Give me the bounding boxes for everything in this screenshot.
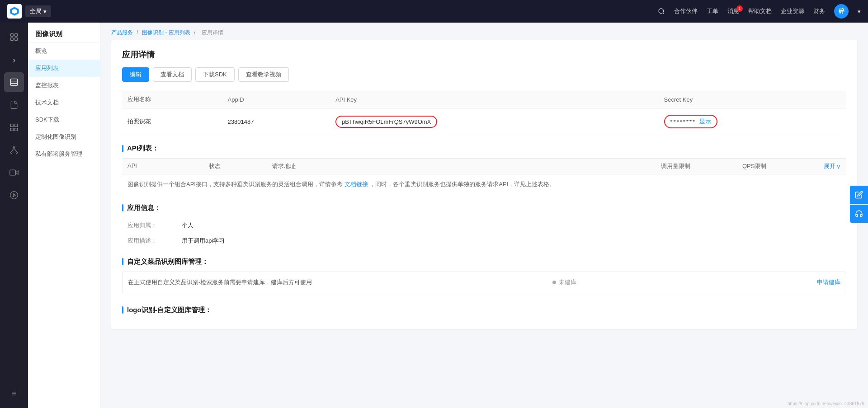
icon-sidebar: ›	[0, 23, 28, 408]
logo-lib-section-header: logo识别-自定义图库管理：	[122, 306, 846, 314]
top-nav-right: 合作伙伴 工单 消息 1 帮助文档 企业资源 财务 碎 ▾	[658, 4, 861, 19]
page-title: 应用详情	[122, 49, 846, 60]
user-avatar[interactable]: 碎	[834, 4, 849, 19]
tab-edit[interactable]: 编辑	[122, 67, 149, 82]
expand-button[interactable]: 展开 ∨	[824, 162, 841, 170]
breadcrumb-current: 应用详情	[202, 29, 223, 36]
api-list-header: API 状态 请求地址 调用量限制 QPS限制 展开 ∨	[122, 158, 846, 174]
sidebar-icon-document[interactable]	[4, 95, 24, 115]
sidebar-icon-expand[interactable]: ›	[4, 50, 24, 70]
tab-download-sdk[interactable]: 下载SDK	[195, 67, 235, 82]
app-name-cell: 拍照识花	[122, 108, 222, 135]
custom-lib-item: 在正式使用自定义菜品识别-检索服务前需要申请建库，建库后方可使用 未建库 申请建…	[122, 272, 846, 293]
finance-nav-item[interactable]: 财务	[813, 7, 825, 15]
apply-build-button[interactable]: 申请建库	[817, 278, 840, 286]
app-info-section-header: 应用信息：	[122, 204, 846, 212]
svg-rect-8	[11, 79, 18, 86]
api-notice: 图像识别提供一个组合API接口，支持多种垂类识别服务的灵活组合调用，详情参考 文…	[122, 174, 846, 195]
secret-key-dots: ********	[670, 118, 696, 125]
headphone-floating-button[interactable]	[850, 205, 868, 223]
nav-item-monitor[interactable]: 监控报表	[28, 77, 100, 94]
sidebar-icon-menu[interactable]: ≡	[4, 384, 24, 403]
svg-rect-14	[15, 128, 18, 131]
nav-item-tech-doc[interactable]: 技术文档	[28, 94, 100, 111]
app-owner-value: 个人	[182, 220, 841, 231]
svg-point-22	[10, 192, 18, 199]
nav-item-overview[interactable]: 概览	[28, 42, 100, 60]
message-badge: 1	[736, 5, 743, 12]
main-content: 产品服务 / 图像识别 - 应用列表 / 应用详情 应用详情 编辑 查看文档 下…	[100, 23, 868, 408]
api-col-limit: 调用量限制	[661, 162, 742, 170]
api-col-qps: QPS限制	[742, 162, 824, 170]
svg-line-18	[11, 148, 14, 152]
app-info-table: 应用名称 AppID API Key Secret Key 拍照识花 23801…	[122, 91, 846, 135]
app-owner-label: 应用归属：	[127, 220, 182, 231]
svg-rect-13	[11, 128, 14, 131]
app-info-grid: 应用归属： 个人 应用描述： 用于调用api学习	[122, 218, 846, 249]
secret-key-container: ******** 显示	[664, 115, 717, 128]
api-col-url: 请求地址	[272, 162, 661, 170]
api-key-value: pBThwqiR5FOLmFrQS7yW9OmX	[335, 116, 437, 128]
nav-item-sdk[interactable]: SDK下载	[28, 111, 100, 128]
ticket-nav-item[interactable]: 工单	[707, 7, 718, 15]
scope-chevron-icon: ▾	[43, 8, 47, 15]
top-navigation: 全局 ▾ 合作伙伴 工单 消息 1 帮助文档 企业资源 财务 碎	[0, 0, 868, 23]
app-logo	[7, 4, 22, 19]
show-secret-key-button[interactable]: 显示	[699, 117, 711, 126]
svg-rect-12	[15, 124, 18, 127]
sidebar-icon-layers[interactable]	[4, 72, 24, 92]
nav-item-private-deploy[interactable]: 私有部署服务管理	[28, 145, 100, 163]
breadcrumb-image-recog[interactable]: 图像识别 - 应用列表	[142, 29, 190, 36]
sidebar-icon-play[interactable]	[4, 185, 24, 205]
edit-floating-button[interactable]	[850, 186, 868, 204]
sidebar-icon-nodes[interactable]	[4, 140, 24, 160]
svg-rect-21	[10, 170, 15, 175]
breadcrumb: 产品服务 / 图像识别 - 应用列表 / 应用详情	[100, 23, 868, 40]
nav-item-app-list[interactable]: 应用列表	[28, 60, 100, 77]
api-col-status: 状态	[209, 162, 272, 170]
content-card: 应用详情 编辑 查看文档 下载SDK 查看教学视频 应用名称 AppID API…	[111, 40, 857, 329]
partner-nav-item[interactable]: 合作伙伴	[674, 7, 698, 15]
app-desc-label: 应用描述：	[127, 235, 182, 247]
col-app-id: AppID	[222, 91, 330, 108]
sidebar-icon-dashboard[interactable]	[4, 27, 24, 47]
app-id-cell: 23801487	[222, 108, 330, 135]
svg-marker-23	[13, 194, 15, 197]
svg-line-19	[14, 148, 17, 152]
status-dot	[552, 281, 556, 284]
expand-chevron-icon: ∨	[836, 163, 841, 170]
enterprise-nav-item[interactable]: 企业资源	[781, 7, 804, 15]
sidebar-icon-grid[interactable]	[4, 117, 24, 137]
col-app-name: 应用名称	[122, 91, 222, 108]
col-secret-key: Secret Key	[659, 91, 846, 108]
api-key-cell: pBThwqiR5FOLmFrQS7yW9OmX	[330, 108, 658, 135]
api-list-section-header: API列表：	[122, 144, 846, 153]
svg-line-3	[663, 13, 664, 14]
main-layout: ›	[0, 23, 868, 408]
tab-bar: 编辑 查看文档 下载SDK 查看教学视频	[122, 67, 846, 82]
tab-view-doc[interactable]: 查看文档	[153, 67, 192, 82]
col-api-key: API Key	[330, 91, 658, 108]
scope-selector[interactable]: 全局 ▾	[25, 5, 51, 17]
breadcrumb-sep-2: /	[194, 29, 197, 36]
svg-point-15	[13, 147, 14, 148]
help-nav-item[interactable]: 帮助文档	[748, 7, 772, 15]
breadcrumb-sep-1: /	[137, 29, 140, 36]
avatar-dropdown-icon[interactable]: ▾	[858, 8, 861, 15]
svg-rect-11	[11, 124, 14, 127]
breadcrumb-product[interactable]: 产品服务	[111, 29, 133, 36]
doc-link[interactable]: 文档链接	[344, 181, 368, 188]
svg-rect-7	[15, 38, 18, 41]
lib-status: 未建库	[552, 278, 576, 286]
search-button[interactable]	[658, 8, 665, 15]
app-desc-value: 用于调用api学习	[182, 235, 841, 247]
api-col-api: API	[127, 162, 209, 170]
status-label: 未建库	[559, 278, 576, 286]
svg-point-17	[16, 152, 17, 153]
svg-rect-5	[15, 34, 18, 37]
tab-tutorial-video[interactable]: 查看教学视频	[238, 67, 289, 82]
sidebar-icon-video[interactable]	[4, 163, 24, 183]
svg-point-16	[11, 152, 12, 153]
message-nav-item[interactable]: 消息 1	[727, 7, 739, 15]
nav-item-custom[interactable]: 定制化图像识别	[28, 128, 100, 145]
